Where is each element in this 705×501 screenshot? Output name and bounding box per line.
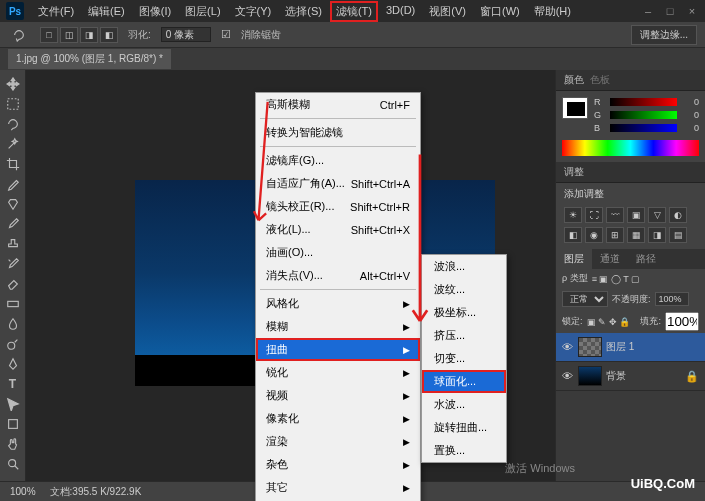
menu-layer[interactable]: 图层(L) [179,1,226,22]
lock-icons[interactable]: ▣ ✎ ✥ 🔒 [587,317,631,327]
menu-video[interactable]: 视频▶ [256,384,420,407]
menu-window[interactable]: 窗口(W) [474,1,526,22]
blend-mode-select[interactable]: 正常 [562,291,608,307]
exposure-icon[interactable]: ▣ [627,207,645,223]
menu-filter-gallery[interactable]: 滤镜库(G)... [256,149,420,172]
layer-item[interactable]: 👁 图层 1 [556,333,705,362]
pen-tool[interactable] [2,354,24,374]
layer-item[interactable]: 👁 背景 🔒 [556,362,705,391]
menu-vanishing[interactable]: 消失点(V)...Alt+Ctrl+V [256,264,420,287]
visibility-icon[interactable]: 👁 [562,370,574,382]
submenu-shear[interactable]: 切变... [422,347,506,370]
brightness-icon[interactable]: ☀ [564,207,582,223]
marquee-tool[interactable] [2,94,24,114]
color-lookup-icon[interactable]: ▦ [627,227,645,243]
opacity-input[interactable] [655,292,689,306]
lasso-tool[interactable] [2,114,24,134]
invert-icon[interactable]: ◨ [648,227,666,243]
hue-icon[interactable]: ◐ [669,207,687,223]
menu-noise[interactable]: 杂色▶ [256,453,420,476]
zoom-level[interactable]: 100% [10,486,36,497]
close-button[interactable]: × [685,4,699,18]
menu-help[interactable]: 帮助(H) [528,1,577,22]
menu-edit[interactable]: 编辑(E) [82,1,131,22]
path-tool[interactable] [2,394,24,414]
layers-tab[interactable]: 图层 [556,249,592,269]
layer-thumbnail[interactable] [578,366,602,386]
filter-icons[interactable]: ≡ ▣ ◯ T ▢ [592,274,640,284]
levels-icon[interactable]: ⛶ [585,207,603,223]
foreground-background-swatch[interactable] [562,97,588,119]
color-panel-tab[interactable]: 颜色 色板 [556,70,705,91]
brush-tool[interactable] [2,214,24,234]
document-tab[interactable]: 1.jpg @ 100% (图层 1, RGB/8*) * [8,49,171,69]
menu-adaptive-wide[interactable]: 自适应广角(A)...Shift+Ctrl+A [256,172,420,195]
visibility-icon[interactable]: 👁 [562,341,574,353]
menu-lens-correct[interactable]: 镜头校正(R)...Shift+Ctrl+R [256,195,420,218]
menu-pixelate[interactable]: 像素化▶ [256,407,420,430]
dodge-tool[interactable] [2,334,24,354]
history-brush-tool[interactable] [2,254,24,274]
menu-blur[interactable]: 模糊▶ [256,315,420,338]
photo-filter-icon[interactable]: ◉ [585,227,603,243]
menu-select[interactable]: 选择(S) [279,1,328,22]
channels-tab[interactable]: 通道 [592,249,628,269]
g-slider[interactable] [610,111,677,119]
menu-image[interactable]: 图像(I) [133,1,177,22]
menu-render[interactable]: 渲染▶ [256,430,420,453]
bw-icon[interactable]: ◧ [564,227,582,243]
adjustments-panel-tab[interactable]: 调整 [556,162,705,183]
eraser-tool[interactable] [2,274,24,294]
menu-other[interactable]: 其它▶ [256,476,420,499]
stamp-tool[interactable] [2,234,24,254]
selection-mode-icons[interactable]: □◫◨◧ [40,27,118,43]
paths-tab[interactable]: 路径 [628,249,664,269]
menu-3d[interactable]: 3D(D) [380,1,421,22]
move-tool[interactable] [2,74,24,94]
submenu-wave[interactable]: 波浪... [422,255,506,278]
zoom-tool[interactable] [2,454,24,474]
submenu-polar[interactable]: 极坐标... [422,301,506,324]
fill-input[interactable] [665,312,699,331]
vibrance-icon[interactable]: ▽ [648,207,666,223]
submenu-ripple[interactable]: 波纹... [422,278,506,301]
feather-input[interactable] [161,27,211,42]
menu-view[interactable]: 视图(V) [423,1,472,22]
posterize-icon[interactable]: ▤ [669,227,687,243]
submenu-zigzag[interactable]: 水波... [422,393,506,416]
r-slider[interactable] [610,98,677,106]
b-slider[interactable] [610,124,677,132]
eyedropper-tool[interactable] [2,174,24,194]
refine-edge-button[interactable]: 调整边缘... [631,25,697,45]
hand-tool[interactable] [2,434,24,454]
menu-oil-paint[interactable]: 油画(O)... [256,241,420,264]
menu-stylize[interactable]: 风格化▶ [256,292,420,315]
antialias-checkbox[interactable]: ☑ [221,28,231,41]
blur-tool[interactable] [2,314,24,334]
wand-tool[interactable] [2,134,24,154]
maximize-button[interactable]: □ [663,4,677,18]
color-ramp[interactable] [562,140,699,156]
shape-tool[interactable] [2,414,24,434]
crop-tool[interactable] [2,154,24,174]
curves-icon[interactable]: 〰 [606,207,624,223]
menu-filter[interactable]: 滤镜(T) [330,1,378,22]
submenu-twirl[interactable]: 旋转扭曲... [422,416,506,439]
gradient-tool[interactable] [2,294,24,314]
submenu-pinch[interactable]: 挤压... [422,324,506,347]
minimize-button[interactable]: – [641,4,655,18]
menu-sharpen[interactable]: 锐化▶ [256,361,420,384]
layer-thumbnail[interactable] [578,337,602,357]
submenu-displace[interactable]: 置换... [422,439,506,462]
channel-mixer-icon[interactable]: ⊞ [606,227,624,243]
menu-convert-smart[interactable]: 转换为智能滤镜 [256,121,420,144]
menu-distort[interactable]: 扭曲▶ [256,338,420,361]
submenu-spherize[interactable]: 球面化... [422,370,506,393]
menu-file[interactable]: 文件(F) [32,1,80,22]
menu-type[interactable]: 文字(Y) [229,1,278,22]
svg-rect-0 [7,99,18,110]
menu-liquify[interactable]: 液化(L)...Shift+Ctrl+X [256,218,420,241]
type-tool[interactable]: T [2,374,24,394]
menu-last-filter[interactable]: 高斯模糊Ctrl+F [256,93,420,116]
healing-tool[interactable] [2,194,24,214]
